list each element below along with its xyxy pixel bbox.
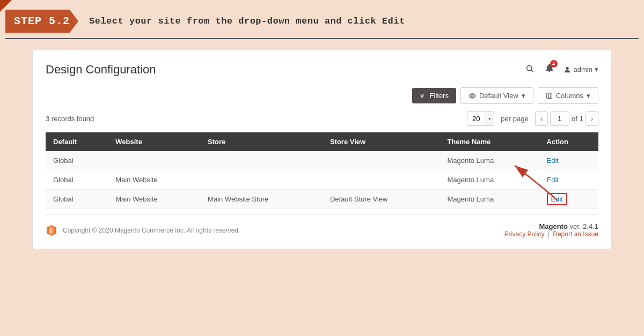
notification-badge: 4 [550,60,558,68]
search-button[interactable] [523,62,536,77]
col-header-action: Action [539,132,598,151]
cell-store-1 [200,151,323,170]
prev-page-button[interactable]: ‹ [535,111,548,126]
table-row: Global Magento Luma Edit [46,151,598,170]
footer-left: Copyright © 2020 Magento Commerce Inc. A… [46,225,240,236]
report-issue-link[interactable]: Report an Issue [553,230,598,238]
col-header-store: Store [200,132,323,151]
cell-theme-1: Magento Luma [440,151,539,170]
cell-website-2: Main Website [108,170,200,190]
cell-default-2: Global [46,170,108,190]
current-page-input[interactable] [550,111,569,126]
step-badge: STEP 5.2 [5,10,78,33]
admin-menu-button[interactable]: admin ▾ [563,65,598,74]
table-row: Global Main Website Magento Luma Edit [46,170,598,190]
cell-store-3: Main Website Store [200,190,323,209]
col-header-theme-name: Theme Name [440,132,539,151]
cell-storeview-1 [323,151,440,170]
cell-website-3: Main Website [108,190,200,209]
pagination: ▾ per page ‹ of 1 › [467,111,598,126]
top-icons: 4 admin ▾ [523,61,598,78]
table-header-row: Default Website Store Store View Theme N… [46,132,598,151]
cell-theme-2: Magento Luma [440,170,539,190]
top-bar: Design Configuration 4 admin [46,61,598,78]
cell-website-1 [108,151,200,170]
columns-dropdown-icon: ▾ [587,92,590,100]
edit-link-1[interactable]: Edit [547,156,559,165]
cell-default-3: Global [46,190,108,209]
design-config-table: Default Website Store Store View Theme N… [46,132,598,209]
svg-point-3 [471,94,474,97]
svg-line-1 [531,70,533,72]
main-content-card: Design Configuration 4 admin [32,50,612,249]
columns-button[interactable]: Columns ▾ [538,87,598,104]
table-row: Global Main Website Main Website Store D… [46,190,598,209]
filter-label: Filters [430,92,449,100]
per-page-input[interactable] [467,112,485,125]
footer-separator: | [548,230,551,238]
admin-label: admin [574,65,592,73]
cell-default-1: Global [46,151,108,170]
cell-storeview-3: Default Store View [323,190,440,209]
footer: Copyright © 2020 Magento Commerce Inc. A… [46,214,598,238]
col-header-store-view: Store View [323,132,440,151]
cell-action-1[interactable]: Edit [539,151,598,170]
total-pages-label: of 1 [572,115,583,123]
next-page-button[interactable]: › [586,111,598,126]
svg-point-0 [526,65,531,70]
per-page-label: per page [501,115,528,123]
header-divider [5,38,639,39]
cell-action-2[interactable]: Edit [539,170,598,190]
table-body: Global Magento Luma Edit Global Main Web… [46,151,598,209]
view-button[interactable]: Default View ▾ [460,87,533,104]
records-count: 3 records found [46,115,94,123]
page-title: Design Configuration [46,63,156,77]
svg-marker-10 [50,226,52,234]
cell-action-3[interactable]: Edit [539,190,598,209]
per-page-select[interactable]: ▾ [467,111,494,126]
col-header-website: Website [108,132,200,151]
col-header-default: Default [46,132,108,151]
table-header: Default Website Store Store View Theme N… [46,132,598,151]
edit-link-3-highlighted[interactable]: Edit [547,193,567,205]
footer-right: Magento ver. 2.4.1 Privacy Policy | Repo… [504,222,598,238]
svg-point-2 [566,66,568,69]
footer-brand: Magento ver. 2.4.1 [504,222,598,230]
admin-dropdown-icon: ▾ [595,65,598,73]
footer-links: Privacy Policy | Report an Issue [504,230,598,238]
footer-copyright: Copyright © 2020 Magento Commerce Inc. A… [63,227,240,234]
records-row: 3 records found ▾ per page ‹ of 1 › [46,111,598,126]
magento-logo [46,225,57,236]
columns-label: Columns [556,92,583,100]
cell-store-2 [200,170,323,190]
filters-button[interactable]: Filters [412,88,456,103]
edit-link-2[interactable]: Edit [547,176,559,184]
cell-theme-3: Magento Luma [440,190,539,209]
step-title: Select your site from the drop-down menu… [89,16,405,26]
privacy-policy-link[interactable]: Privacy Policy [504,230,545,238]
step-header: STEP 5.2 Select your site from the drop-… [0,0,644,38]
view-dropdown-icon: ▾ [522,92,525,100]
per-page-dropdown-arrow[interactable]: ▾ [485,113,494,125]
cell-storeview-2 [323,170,440,190]
view-label: Default View [479,92,518,100]
svg-rect-4 [546,93,552,99]
notifications-button[interactable]: 4 [543,61,557,78]
toolbar-row: Filters Default View ▾ Columns ▾ [46,87,598,104]
